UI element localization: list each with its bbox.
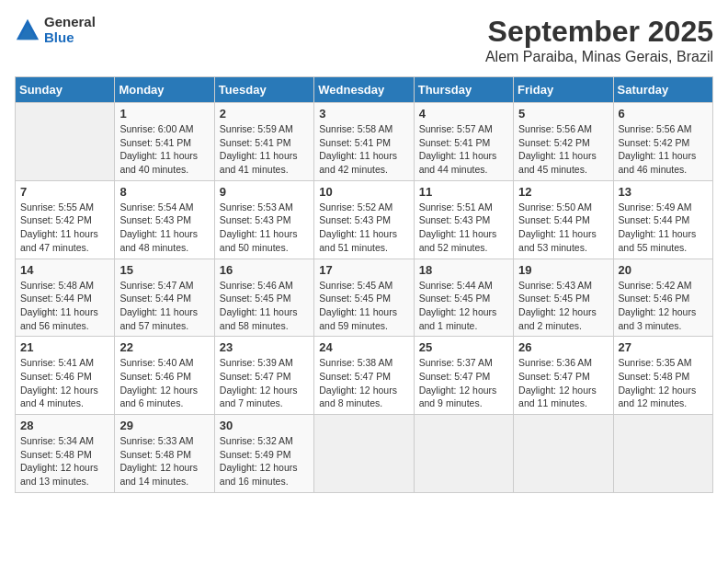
calendar-cell — [414, 415, 513, 493]
weekday-header: Saturday — [613, 77, 712, 103]
calendar-cell: 24Sunrise: 5:38 AMSunset: 5:47 PMDayligh… — [314, 337, 414, 415]
calendar-cell: 25Sunrise: 5:37 AMSunset: 5:47 PMDayligh… — [414, 337, 513, 415]
calendar-table: SundayMondayTuesdayWednesdayThursdayFrid… — [15, 76, 713, 493]
day-number: 1 — [119, 107, 209, 121]
day-number: 4 — [419, 107, 508, 121]
day-info: Sunrise: 5:39 AMSunset: 5:47 PMDaylight:… — [220, 356, 309, 410]
day-info: Sunrise: 5:53 AMSunset: 5:43 PMDaylight:… — [220, 201, 309, 255]
day-number: 9 — [220, 185, 309, 199]
day-info: Sunrise: 5:45 AMSunset: 5:45 PMDaylight:… — [319, 279, 408, 333]
day-number: 24 — [319, 340, 408, 354]
logo-blue: Blue — [44, 30, 96, 46]
day-info: Sunrise: 5:42 AMSunset: 5:46 PMDaylight:… — [619, 279, 708, 333]
calendar-week-row: 7Sunrise: 5:55 AMSunset: 5:42 PMDaylight… — [16, 180, 713, 259]
day-number: 18 — [419, 263, 508, 277]
calendar-cell: 2Sunrise: 5:59 AMSunset: 5:41 PMDaylight… — [214, 103, 313, 181]
day-number: 6 — [619, 107, 708, 121]
day-number: 5 — [518, 107, 608, 121]
calendar-week-row: 21Sunrise: 5:41 AMSunset: 5:46 PMDayligh… — [16, 337, 713, 415]
day-number: 19 — [518, 263, 608, 277]
day-number: 8 — [119, 185, 209, 199]
day-info: Sunrise: 5:57 AMSunset: 5:41 PMDaylight:… — [419, 122, 508, 177]
calendar-cell: 15Sunrise: 5:47 AMSunset: 5:44 PMDayligh… — [115, 259, 214, 337]
title-block: September 2025 Alem Paraiba, Minas Gerai… — [485, 15, 713, 65]
day-number: 7 — [20, 185, 109, 199]
day-info: Sunrise: 5:50 AMSunset: 5:44 PMDaylight:… — [518, 201, 608, 255]
day-number: 2 — [220, 107, 309, 121]
day-info: Sunrise: 5:56 AMSunset: 5:42 PMDaylight:… — [518, 122, 608, 177]
calendar-cell: 5Sunrise: 5:56 AMSunset: 5:42 PMDaylight… — [514, 103, 613, 181]
day-info: Sunrise: 5:48 AMSunset: 5:44 PMDaylight:… — [20, 279, 109, 333]
calendar-cell: 7Sunrise: 5:55 AMSunset: 5:42 PMDaylight… — [16, 180, 115, 259]
day-number: 29 — [119, 419, 209, 432]
calendar-cell: 27Sunrise: 5:35 AMSunset: 5:48 PMDayligh… — [613, 337, 712, 415]
day-number: 11 — [419, 185, 508, 199]
day-info: Sunrise: 5:47 AMSunset: 5:44 PMDaylight:… — [119, 279, 209, 333]
calendar-cell: 11Sunrise: 5:51 AMSunset: 5:43 PMDayligh… — [414, 180, 513, 259]
page-title: September 2025 — [485, 15, 713, 49]
day-info: Sunrise: 5:51 AMSunset: 5:43 PMDaylight:… — [419, 201, 508, 255]
day-number: 20 — [619, 263, 708, 277]
day-number: 26 — [518, 340, 608, 354]
day-info: Sunrise: 5:37 AMSunset: 5:47 PMDaylight:… — [419, 356, 508, 410]
day-info: Sunrise: 5:58 AMSunset: 5:41 PMDaylight:… — [319, 122, 408, 177]
day-number: 3 — [319, 107, 408, 121]
calendar-cell: 22Sunrise: 5:40 AMSunset: 5:46 PMDayligh… — [115, 337, 214, 415]
weekday-row: SundayMondayTuesdayWednesdayThursdayFrid… — [16, 77, 713, 103]
weekday-header: Friday — [514, 77, 613, 103]
calendar-cell: 18Sunrise: 5:44 AMSunset: 5:45 PMDayligh… — [414, 259, 513, 337]
weekday-header: Thursday — [414, 77, 513, 103]
calendar-cell: 14Sunrise: 5:48 AMSunset: 5:44 PMDayligh… — [16, 259, 115, 337]
day-info: Sunrise: 5:36 AMSunset: 5:47 PMDaylight:… — [518, 356, 608, 410]
calendar-cell: 29Sunrise: 5:33 AMSunset: 5:48 PMDayligh… — [115, 415, 214, 493]
calendar-cell: 8Sunrise: 5:54 AMSunset: 5:43 PMDaylight… — [115, 180, 214, 259]
day-number: 10 — [319, 185, 408, 199]
day-number: 21 — [20, 340, 109, 354]
day-info: Sunrise: 5:56 AMSunset: 5:42 PMDaylight:… — [619, 122, 708, 177]
day-info: Sunrise: 5:33 AMSunset: 5:48 PMDaylight:… — [119, 434, 209, 488]
day-number: 30 — [220, 419, 309, 432]
weekday-header: Tuesday — [214, 77, 313, 103]
calendar-week-row: 1Sunrise: 6:00 AMSunset: 5:41 PMDaylight… — [16, 103, 713, 181]
logo: General Blue — [15, 15, 96, 45]
day-info: Sunrise: 5:40 AMSunset: 5:46 PMDaylight:… — [119, 356, 209, 410]
calendar-cell: 12Sunrise: 5:50 AMSunset: 5:44 PMDayligh… — [514, 180, 613, 259]
calendar-week-row: 28Sunrise: 5:34 AMSunset: 5:48 PMDayligh… — [16, 415, 713, 493]
day-info: Sunrise: 5:59 AMSunset: 5:41 PMDaylight:… — [220, 122, 309, 177]
day-info: Sunrise: 6:00 AMSunset: 5:41 PMDaylight:… — [119, 122, 209, 177]
weekday-header: Sunday — [16, 77, 115, 103]
calendar-cell: 23Sunrise: 5:39 AMSunset: 5:47 PMDayligh… — [214, 337, 313, 415]
day-info: Sunrise: 5:54 AMSunset: 5:43 PMDaylight:… — [119, 201, 209, 255]
day-number: 27 — [619, 340, 708, 354]
day-number: 28 — [20, 419, 109, 432]
calendar-cell — [314, 415, 414, 493]
day-number: 14 — [20, 263, 109, 277]
day-number: 13 — [619, 185, 708, 199]
day-info: Sunrise: 5:52 AMSunset: 5:43 PMDaylight:… — [319, 201, 408, 255]
weekday-header: Monday — [115, 77, 214, 103]
day-info: Sunrise: 5:32 AMSunset: 5:49 PMDaylight:… — [220, 434, 309, 488]
calendar-cell: 10Sunrise: 5:52 AMSunset: 5:43 PMDayligh… — [314, 180, 414, 259]
day-info: Sunrise: 5:55 AMSunset: 5:42 PMDaylight:… — [20, 201, 109, 255]
calendar-cell: 6Sunrise: 5:56 AMSunset: 5:42 PMDaylight… — [613, 103, 712, 181]
day-info: Sunrise: 5:41 AMSunset: 5:46 PMDaylight:… — [20, 356, 109, 410]
page-header: General Blue September 2025 Alem Paraiba… — [15, 15, 713, 65]
day-info: Sunrise: 5:43 AMSunset: 5:45 PMDaylight:… — [518, 279, 608, 333]
calendar-cell: 13Sunrise: 5:49 AMSunset: 5:44 PMDayligh… — [613, 180, 712, 259]
logo-general: General — [44, 15, 96, 30]
calendar-cell — [514, 415, 613, 493]
calendar-header: SundayMondayTuesdayWednesdayThursdayFrid… — [16, 77, 713, 103]
day-number: 16 — [220, 263, 309, 277]
page-subtitle: Alem Paraiba, Minas Gerais, Brazil — [485, 49, 713, 65]
day-number: 22 — [119, 340, 209, 354]
logo-text: General Blue — [44, 15, 96, 45]
calendar-cell — [613, 415, 712, 493]
calendar-cell: 19Sunrise: 5:43 AMSunset: 5:45 PMDayligh… — [514, 259, 613, 337]
day-info: Sunrise: 5:49 AMSunset: 5:44 PMDaylight:… — [619, 201, 708, 255]
calendar-cell: 28Sunrise: 5:34 AMSunset: 5:48 PMDayligh… — [16, 415, 115, 493]
calendar-cell — [16, 103, 115, 181]
calendar-cell: 3Sunrise: 5:58 AMSunset: 5:41 PMDaylight… — [314, 103, 414, 181]
day-number: 25 — [419, 340, 508, 354]
day-number: 17 — [319, 263, 408, 277]
day-number: 12 — [518, 185, 608, 199]
